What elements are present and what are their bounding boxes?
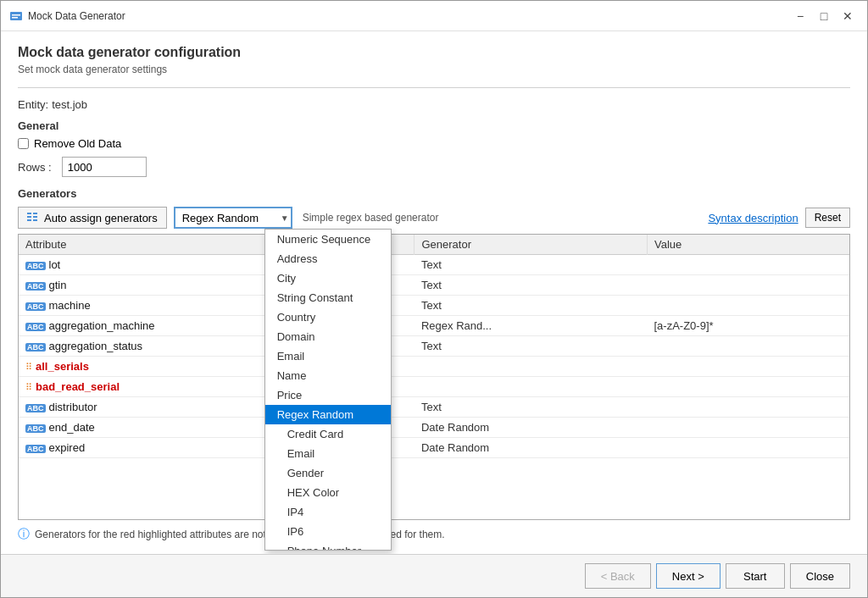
dropdown-item[interactable]: Email: [265, 346, 391, 366]
footer: < Back Next > Start Close: [1, 554, 867, 597]
close-button-footer[interactable]: Close: [790, 563, 850, 589]
value-cell: [a-zA-Z0-9]*: [648, 316, 850, 336]
table-row[interactable]: ABCaggregation_statusText: [19, 336, 849, 357]
auto-assign-label: Auto assign generators: [44, 212, 158, 224]
table-row[interactable]: ABCdistributorText: [19, 397, 849, 418]
entity-label: Entity:: [18, 98, 48, 111]
generator-cell: [415, 377, 648, 397]
generator-select-wrapper: Regex Random ▼ Numeric SequenceAddressCi…: [174, 207, 292, 229]
generator-cell: Regex Rand...: [415, 316, 648, 336]
dropdown-item[interactable]: Gender: [265, 463, 391, 483]
dropdown-item[interactable]: Price: [265, 385, 391, 405]
abc-icon: ABC: [25, 323, 46, 331]
generators-toolbar: Auto assign generators Regex Random ▼ Nu…: [18, 207, 850, 229]
attr-name: aggregation_machine: [49, 319, 155, 332]
table-row[interactable]: ⠿bad_read_serial: [19, 377, 849, 397]
auto-assign-button[interactable]: Auto assign generators: [18, 207, 167, 229]
dropdown-item[interactable]: IP4: [265, 502, 391, 522]
minimize-button[interactable]: −: [789, 7, 811, 25]
attr-name: gtin: [49, 279, 67, 291]
abc-icon: ABC: [25, 282, 46, 291]
dropdown-item[interactable]: Numeric Sequence: [265, 230, 391, 249]
next-button[interactable]: Next >: [656, 563, 721, 589]
dropdown-item[interactable]: Regex Random: [265, 405, 391, 424]
table-row[interactable]: ABClotText: [19, 255, 849, 275]
generator-cell: Date Random: [415, 418, 648, 438]
close-button[interactable]: ✕: [837, 7, 859, 25]
generator-description: Simple regex based generator: [303, 212, 439, 224]
rows-input[interactable]: [62, 157, 147, 177]
attr-name: end_date: [49, 421, 95, 434]
dropdown-item[interactable]: String Constant: [265, 288, 391, 307]
generator-dropdown[interactable]: Numeric SequenceAddressCityString Consta…: [264, 229, 392, 551]
remove-old-data-label: Remove Old Data: [34, 137, 121, 150]
svg-rect-0: [10, 12, 22, 20]
svg-rect-4: [27, 216, 31, 218]
attr-name: expired: [49, 441, 86, 454]
dropdown-item[interactable]: IP6: [265, 522, 391, 541]
table-row[interactable]: ABCexpiredDate Random: [19, 438, 849, 458]
dropdown-item[interactable]: Credit Card: [265, 424, 391, 444]
abc-icon: ABC: [25, 343, 46, 352]
abc-icon: ABC: [25, 424, 46, 433]
reset-button[interactable]: Reset: [805, 208, 850, 228]
generator-cell: Text: [415, 255, 648, 275]
grid-icon: ⠿: [25, 362, 32, 373]
svg-rect-5: [27, 219, 31, 221]
value-cell: [648, 397, 850, 418]
table-row[interactable]: ABCgtinText: [19, 275, 849, 296]
generators-header: Generators: [18, 187, 850, 200]
dropdown-item[interactable]: Address: [265, 249, 391, 269]
generator-cell: Text: [415, 275, 648, 296]
generator-cell: Text: [415, 296, 648, 316]
divider: [18, 87, 850, 88]
dropdown-item[interactable]: Email: [265, 444, 391, 463]
table-body: ABClotTextABCgtinTextABCmachineTextABCag…: [19, 255, 849, 458]
table-row[interactable]: ABCaggregation_machineRegex Rand...[a-zA…: [19, 316, 849, 336]
dropdown-item[interactable]: Name: [265, 366, 391, 385]
general-label: General: [18, 119, 850, 132]
app-icon: [9, 9, 23, 23]
abc-icon: ABC: [25, 262, 46, 270]
dropdown-item[interactable]: Domain: [265, 327, 391, 346]
value-cell: [648, 438, 850, 458]
start-button[interactable]: Start: [726, 563, 785, 589]
remove-old-data-checkbox[interactable]: [18, 138, 29, 149]
dropdown-item[interactable]: Country: [265, 307, 391, 327]
svg-rect-6: [33, 213, 37, 214]
generator-cell: Text: [415, 397, 648, 418]
attr-name: distributor: [49, 401, 97, 413]
value-cell: [648, 357, 850, 377]
info-icon: ⓘ: [18, 527, 30, 542]
table-row[interactable]: ABCmachineText: [19, 296, 849, 316]
dropdown-item[interactable]: HEX Color: [265, 483, 391, 502]
table-header-row: Attribute Generator Value: [19, 235, 849, 255]
maximize-button[interactable]: □: [813, 7, 835, 25]
entity-value: test.job: [52, 98, 87, 111]
generator-select[interactable]: Regex Random: [174, 207, 292, 229]
generators-table: Attribute Generator Value ABClotTextABCg…: [18, 234, 850, 520]
abc-icon: ABC: [25, 445, 46, 453]
value-cell: [648, 296, 850, 316]
back-button[interactable]: < Back: [585, 563, 651, 589]
svg-rect-3: [27, 213, 31, 214]
table-row[interactable]: ABCend_dateDate Random: [19, 418, 849, 438]
dropdown-item[interactable]: Phone Number: [265, 541, 391, 551]
page-subtitle: Set mock data generator settings: [18, 64, 850, 75]
value-cell: [648, 275, 850, 296]
value-cell: [648, 255, 850, 275]
dropdown-item[interactable]: City: [265, 269, 391, 288]
svg-rect-2: [12, 17, 18, 19]
attr-name: lot: [49, 258, 61, 271]
main-content: Mock data generator configuration Set mo…: [1, 31, 867, 554]
app-window: Mock Data Generator − □ ✕ Mock data gene…: [0, 0, 868, 598]
info-row: ⓘ Generators for the red highlighted att…: [18, 520, 850, 545]
attr-name: machine: [49, 299, 91, 312]
abc-icon: ABC: [25, 302, 46, 311]
table-row[interactable]: ⠿all_serials: [19, 357, 849, 377]
value-cell: [648, 377, 850, 397]
syntax-description-link[interactable]: Syntax description: [708, 212, 798, 224]
window-controls: − □ ✕: [789, 7, 859, 25]
col-generator: Generator: [415, 235, 648, 255]
generator-cell: [415, 357, 648, 377]
